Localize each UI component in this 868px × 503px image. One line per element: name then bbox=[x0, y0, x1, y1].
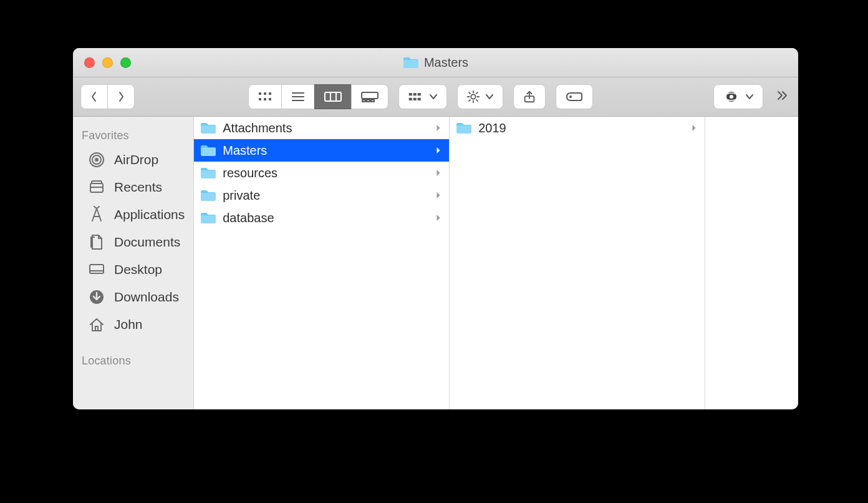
sidebar-item-label: Documents bbox=[114, 235, 180, 250]
group-by-button[interactable] bbox=[398, 84, 447, 109]
group-icon bbox=[408, 91, 424, 102]
chevron-down-icon bbox=[485, 94, 494, 100]
action-menu-button[interactable] bbox=[457, 84, 503, 109]
view-column-button[interactable] bbox=[314, 84, 352, 109]
window-controls bbox=[73, 57, 131, 68]
list-item[interactable]: 2019 bbox=[450, 117, 705, 139]
gear-icon bbox=[466, 90, 480, 104]
chevron-down-icon bbox=[745, 94, 754, 100]
close-window-button[interactable] bbox=[84, 57, 95, 68]
window-body: Favorites AirDrop Recents Applications D… bbox=[73, 117, 798, 409]
title-folder-icon bbox=[403, 56, 419, 69]
back-button[interactable] bbox=[80, 84, 108, 109]
sidebar: Favorites AirDrop Recents Applications D… bbox=[73, 117, 194, 409]
minimize-window-button[interactable] bbox=[102, 57, 113, 68]
finder-window: Masters bbox=[73, 48, 798, 409]
folder-icon bbox=[200, 166, 216, 180]
folder-icon bbox=[456, 121, 472, 135]
sidebar-item-label: Downloads bbox=[114, 290, 179, 305]
window-title: Masters bbox=[424, 56, 468, 70]
view-mode-buttons bbox=[248, 84, 388, 109]
sidebar-item-label: Recents bbox=[114, 180, 162, 195]
chevron-left-icon bbox=[90, 90, 99, 103]
chevron-right-icon bbox=[117, 90, 125, 103]
list-view-icon bbox=[291, 90, 306, 103]
desktop-icon bbox=[88, 261, 105, 278]
share-button[interactable] bbox=[513, 84, 546, 109]
chevron-right-icon bbox=[435, 166, 441, 180]
item-label: 2019 bbox=[478, 121, 506, 135]
sidebar-item-label: John bbox=[114, 317, 143, 332]
list-item[interactable]: Attachments bbox=[194, 117, 449, 139]
item-label: Attachments bbox=[223, 121, 292, 135]
eye-icon bbox=[723, 91, 740, 102]
sidebar-heading-locations: Locations bbox=[73, 349, 193, 371]
gallery-view-icon bbox=[360, 90, 379, 103]
titlebar: Masters bbox=[73, 48, 798, 77]
column-1: 2019 bbox=[450, 117, 705, 409]
tag-icon bbox=[565, 90, 584, 103]
nav-buttons bbox=[80, 84, 135, 109]
chevron-right-icon bbox=[435, 144, 441, 157]
sidebar-item-label: Applications bbox=[114, 207, 185, 222]
folder-icon bbox=[200, 144, 216, 157]
item-label: Masters bbox=[223, 144, 267, 158]
forward-button[interactable] bbox=[107, 84, 135, 109]
downloads-icon bbox=[88, 288, 105, 306]
column-2-empty bbox=[705, 117, 798, 409]
view-gallery-button[interactable] bbox=[351, 84, 388, 109]
sidebar-item-documents[interactable]: Documents bbox=[73, 228, 193, 256]
list-item[interactable]: database bbox=[194, 207, 449, 229]
view-icon-button[interactable] bbox=[248, 84, 282, 109]
tags-button[interactable] bbox=[556, 84, 593, 109]
sidebar-heading-favorites: Favorites bbox=[73, 124, 193, 146]
chevron-right-icon bbox=[435, 121, 441, 135]
sidebar-item-home[interactable]: John bbox=[73, 311, 193, 338]
folder-icon bbox=[200, 188, 216, 202]
item-label: private bbox=[223, 188, 260, 203]
sidebar-item-desktop[interactable]: Desktop bbox=[73, 256, 193, 283]
list-item[interactable]: private bbox=[194, 184, 449, 207]
chevron-down-icon bbox=[429, 94, 438, 100]
column-0: Attachments Masters resources private bbox=[194, 117, 450, 409]
folder-icon bbox=[200, 211, 216, 225]
toolbar bbox=[73, 77, 798, 117]
column-view: Attachments Masters resources private bbox=[194, 117, 798, 409]
sidebar-item-applications[interactable]: Applications bbox=[73, 201, 193, 228]
sidebar-item-airdrop[interactable]: AirDrop bbox=[73, 146, 193, 173]
sidebar-item-label: AirDrop bbox=[114, 152, 158, 167]
folder-icon bbox=[200, 121, 216, 135]
list-item[interactable]: Masters bbox=[194, 139, 449, 162]
documents-icon bbox=[88, 233, 105, 251]
sidebar-item-recents[interactable]: Recents bbox=[73, 173, 193, 201]
home-icon bbox=[88, 316, 105, 333]
column-view-icon bbox=[324, 90, 342, 103]
icon-view-icon bbox=[258, 90, 272, 103]
sidebar-favorites-list: AirDrop Recents Applications Documents D… bbox=[73, 146, 193, 338]
chevron-right-icon bbox=[691, 121, 697, 135]
list-item[interactable]: resources bbox=[194, 162, 449, 184]
toolbar-overflow-button[interactable] bbox=[773, 89, 791, 105]
applications-icon bbox=[88, 206, 105, 223]
quicklook-menu-button[interactable] bbox=[713, 84, 763, 109]
item-label: resources bbox=[223, 166, 277, 180]
airdrop-icon bbox=[88, 151, 105, 168]
chevron-right-icon bbox=[435, 188, 441, 202]
sidebar-item-label: Desktop bbox=[114, 262, 162, 277]
share-icon bbox=[523, 90, 536, 104]
sidebar-item-downloads[interactable]: Downloads bbox=[73, 283, 193, 311]
zoom-window-button[interactable] bbox=[120, 57, 131, 68]
chevrons-right-icon bbox=[776, 89, 788, 102]
chevron-right-icon bbox=[435, 211, 441, 225]
recents-icon bbox=[88, 178, 105, 196]
item-label: database bbox=[223, 211, 274, 225]
view-list-button[interactable] bbox=[281, 84, 315, 109]
